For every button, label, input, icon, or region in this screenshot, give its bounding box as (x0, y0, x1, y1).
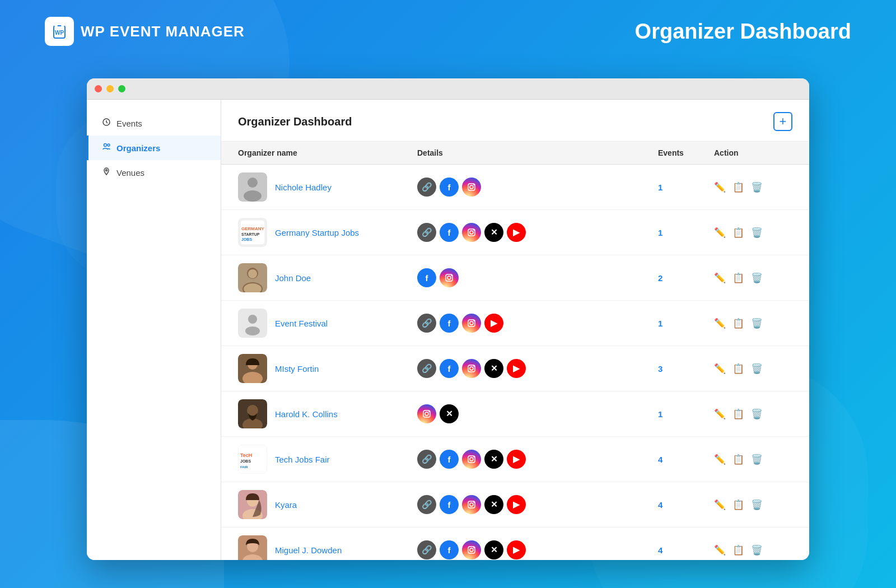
social-youtube-icon[interactable]: ▶ (507, 495, 526, 514)
social-link-icon[interactable]: 🔗 (417, 495, 436, 514)
avatar (238, 535, 267, 560)
add-organizer-button[interactable]: + (773, 112, 792, 131)
social-icons: 🔗 f ▶ (417, 314, 658, 333)
main-content-area: Organizer Dashboard + Organizer name Det… (221, 100, 809, 560)
svg-point-31 (451, 275, 452, 276)
delete-icon[interactable]: 🗑️ (751, 544, 763, 556)
social-x-icon[interactable]: ✕ (484, 359, 503, 378)
copy-icon[interactable]: 📋 (732, 272, 744, 284)
social-youtube-icon[interactable]: ▶ (507, 450, 526, 469)
social-facebook-icon[interactable]: f (440, 314, 459, 333)
edit-icon[interactable]: ✏️ (714, 181, 726, 193)
edit-icon[interactable]: ✏️ (714, 454, 726, 465)
social-x-icon[interactable]: ✕ (484, 495, 503, 514)
social-link-icon[interactable]: 🔗 (417, 223, 436, 242)
delete-icon[interactable]: 🗑️ (751, 499, 763, 511)
sidebar-item-organizers[interactable]: Organizers (87, 136, 221, 160)
organizer-name[interactable]: Harold K. Collins (275, 409, 338, 419)
organizer-cell: Harold K. Collins (238, 399, 417, 428)
delete-icon[interactable]: 🗑️ (751, 227, 763, 239)
copy-icon[interactable]: 📋 (732, 318, 744, 329)
organizer-name[interactable]: Germany Startup Jobs (275, 228, 359, 237)
delete-icon[interactable]: 🗑️ (751, 363, 763, 375)
copy-icon[interactable]: 📋 (732, 544, 744, 556)
organizer-cell: Miguel J. Dowden (238, 535, 417, 560)
social-instagram-icon[interactable] (462, 495, 481, 514)
edit-icon[interactable]: ✏️ (714, 408, 726, 420)
table-row: John Doe f 2 ✏️ 📋 🗑️ (221, 255, 809, 301)
social-facebook-icon[interactable]: f (440, 359, 459, 378)
social-facebook-icon[interactable]: f (440, 223, 459, 242)
content-header: Organizer Dashboard + (221, 100, 809, 142)
delete-icon[interactable]: 🗑️ (751, 181, 763, 193)
social-instagram-icon[interactable] (462, 223, 481, 242)
social-instagram-icon[interactable] (462, 314, 481, 333)
svg-text:TecH: TecH (240, 452, 252, 458)
social-instagram-icon[interactable] (440, 268, 459, 287)
sidebar-item-events[interactable]: Events (87, 111, 221, 136)
window-minimize-dot[interactable] (106, 85, 114, 92)
social-instagram-icon[interactable] (462, 178, 481, 197)
social-facebook-icon[interactable]: f (417, 268, 436, 287)
social-facebook-icon[interactable]: f (440, 495, 459, 514)
social-youtube-icon[interactable]: ▶ (507, 223, 526, 242)
organizer-name[interactable]: John Doe (275, 273, 311, 283)
copy-icon[interactable]: 📋 (732, 181, 744, 193)
social-link-icon[interactable]: 🔗 (417, 178, 436, 197)
copy-icon[interactable]: 📋 (732, 408, 744, 420)
svg-text:WP: WP (55, 30, 64, 36)
delete-icon[interactable]: 🗑️ (751, 272, 763, 284)
social-instagram-icon[interactable] (462, 359, 481, 378)
delete-icon[interactable]: 🗑️ (751, 454, 763, 465)
organizers-table: Organizer name Details Events Action (221, 142, 809, 560)
edit-icon[interactable]: ✏️ (714, 363, 726, 375)
social-instagram-icon[interactable] (417, 404, 436, 423)
copy-icon[interactable]: 📋 (732, 499, 744, 511)
copy-icon[interactable]: 📋 (732, 227, 744, 239)
social-x-icon[interactable]: ✕ (440, 404, 459, 423)
social-link-icon[interactable]: 🔗 (417, 359, 436, 378)
social-link-icon[interactable]: 🔗 (417, 314, 436, 333)
social-youtube-icon[interactable]: ▶ (507, 540, 526, 559)
logo-text: WP EVENT MANAGER (81, 23, 245, 40)
table-row: GERMANY STARTUP JOBS Germany Startup Job… (221, 210, 809, 255)
social-x-icon[interactable]: ✕ (484, 450, 503, 469)
action-icons: ✏️ 📋 🗑️ (714, 363, 792, 375)
social-facebook-icon[interactable]: f (440, 540, 459, 559)
organizer-name[interactable]: Miguel J. Dowden (275, 545, 342, 555)
social-x-icon[interactable]: ✕ (484, 540, 503, 559)
organizer-name[interactable]: Event Festival (275, 319, 328, 328)
social-x-icon[interactable]: ✕ (484, 223, 503, 242)
social-link-icon[interactable]: 🔗 (417, 450, 436, 469)
organizer-name[interactable]: MIsty Fortin (275, 364, 319, 374)
window-maximize-dot[interactable] (118, 85, 125, 92)
social-youtube-icon[interactable]: ▶ (484, 314, 503, 333)
events-count: 2 (658, 273, 714, 283)
delete-icon[interactable]: 🗑️ (751, 408, 763, 420)
events-icon (102, 118, 111, 129)
edit-icon[interactable]: ✏️ (714, 318, 726, 329)
edit-icon[interactable]: ✏️ (714, 544, 726, 556)
organizer-cell: TecH JOBS FAIR Tech Jobs Fair (238, 445, 417, 474)
organizer-name[interactable]: Kyara (275, 500, 297, 510)
social-youtube-icon[interactable]: ▶ (507, 359, 526, 378)
organizer-name[interactable]: Tech Jobs Fair (275, 455, 330, 464)
action-icons: ✏️ 📋 🗑️ (714, 227, 792, 239)
copy-icon[interactable]: 📋 (732, 454, 744, 465)
edit-icon[interactable]: ✏️ (714, 272, 726, 284)
social-facebook-icon[interactable]: f (440, 450, 459, 469)
svg-point-62 (473, 502, 474, 503)
edit-icon[interactable]: ✏️ (714, 227, 726, 239)
organizer-cell: Event Festival (238, 309, 417, 338)
delete-icon[interactable]: 🗑️ (751, 318, 763, 329)
social-facebook-icon[interactable]: f (440, 178, 459, 197)
th-events: Events (658, 148, 714, 157)
social-instagram-icon[interactable] (462, 450, 481, 469)
window-close-dot[interactable] (95, 85, 102, 92)
social-link-icon[interactable]: 🔗 (417, 540, 436, 559)
copy-icon[interactable]: 📋 (732, 363, 744, 375)
edit-icon[interactable]: ✏️ (714, 499, 726, 511)
sidebar-item-venues[interactable]: Venues (87, 160, 221, 185)
social-instagram-icon[interactable] (462, 540, 481, 559)
organizer-name[interactable]: Nichole Hadley (275, 183, 332, 192)
